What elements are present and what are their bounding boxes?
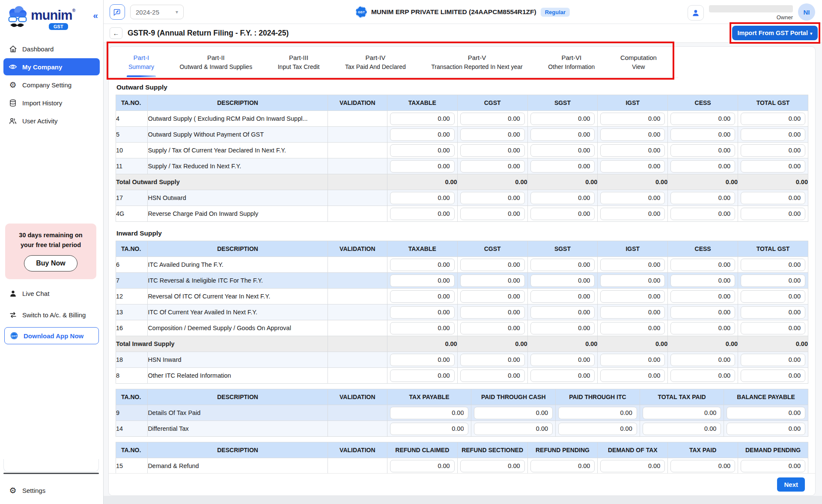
amount-input[interactable] [390, 274, 455, 287]
amount-input[interactable] [670, 192, 735, 204]
amount-input[interactable] [390, 354, 455, 366]
amount-input[interactable] [670, 113, 735, 125]
amount-input[interactable] [390, 460, 455, 472]
sidebar-item-my-company[interactable]: My Company [3, 58, 100, 75]
amount-input[interactable] [600, 192, 665, 204]
amount-input[interactable] [600, 370, 665, 382]
sidebar-link-live-chat[interactable]: Live Chat [0, 284, 103, 302]
amount-input[interactable] [460, 322, 525, 334]
amount-input[interactable] [530, 274, 595, 287]
back-button[interactable]: ← [110, 27, 122, 39]
amount-input[interactable] [727, 407, 805, 419]
amount-input[interactable] [670, 259, 735, 271]
financial-year-select[interactable]: 2024-25 ▾ [130, 5, 184, 19]
amount-input[interactable] [670, 144, 735, 157]
amount-input[interactable] [474, 423, 553, 435]
amount-input[interactable] [530, 128, 595, 141]
amount-input[interactable] [670, 370, 735, 382]
amount-input[interactable] [670, 290, 735, 303]
next-button[interactable]: Next [777, 477, 805, 492]
amount-input[interactable] [741, 128, 805, 141]
amount-input[interactable] [670, 160, 735, 173]
amount-input[interactable] [670, 274, 735, 287]
amount-input[interactable] [741, 290, 805, 303]
amount-input[interactable] [530, 290, 595, 303]
amount-input[interactable] [460, 306, 525, 319]
amount-input[interactable] [741, 144, 805, 157]
amount-input[interactable] [460, 259, 525, 271]
amount-input[interactable] [741, 192, 805, 204]
sidebar-item-import-history[interactable]: Import History [3, 94, 100, 111]
amount-input[interactable] [600, 160, 665, 173]
amount-input[interactable] [460, 370, 525, 382]
amount-input[interactable] [600, 113, 665, 125]
tab-part-iii[interactable]: Part-IIIInput Tax Credit [276, 47, 322, 77]
amount-input[interactable] [600, 208, 665, 220]
amount-input[interactable] [741, 322, 805, 334]
sidebar-item-settings[interactable]: ⚙ Settings [0, 481, 103, 499]
amount-input[interactable] [670, 354, 735, 366]
tab-computation[interactable]: ComputationView [619, 47, 658, 77]
amount-input[interactable] [741, 274, 805, 287]
amount-input[interactable] [670, 306, 735, 319]
tab-part-v[interactable]: Part-VTransaction Reported In Next year [429, 47, 524, 77]
amount-input[interactable] [558, 423, 637, 435]
amount-input[interactable] [530, 460, 595, 472]
amount-input[interactable] [460, 460, 525, 472]
amount-input[interactable] [670, 128, 735, 141]
amount-input[interactable] [600, 306, 665, 319]
tab-part-vi[interactable]: Part-VIOther Information [546, 47, 596, 77]
amount-input[interactable] [460, 354, 525, 366]
amount-input[interactable] [460, 290, 525, 303]
amount-input[interactable] [741, 160, 805, 173]
amount-input[interactable] [741, 370, 805, 382]
amount-input[interactable] [460, 192, 525, 204]
import-from-gst-portal-button[interactable]: Import From GST Portal▾ [732, 26, 818, 40]
amount-input[interactable] [600, 354, 665, 366]
amount-input[interactable] [390, 113, 455, 125]
sidebar-link-switch-to-a-c-billing[interactable]: Switch to A/c. & Billing [0, 306, 103, 324]
amount-input[interactable] [741, 354, 805, 366]
amount-input[interactable] [474, 407, 553, 419]
amount-input[interactable] [390, 128, 455, 141]
amount-input[interactable] [530, 259, 595, 271]
amount-input[interactable] [530, 160, 595, 173]
tab-part-iv[interactable]: Part-IVTax Paid And Declared [343, 47, 408, 77]
amount-input[interactable] [460, 274, 525, 287]
buy-now-button[interactable]: Buy Now [24, 255, 77, 271]
tab-part-i[interactable]: Part-ISummary [127, 47, 156, 77]
amount-input[interactable] [460, 208, 525, 220]
amount-input[interactable] [643, 407, 721, 419]
amount-input[interactable] [390, 407, 469, 419]
amount-input[interactable] [390, 208, 455, 220]
amount-input[interactable] [741, 259, 805, 271]
amount-input[interactable] [670, 322, 735, 334]
amount-input[interactable] [530, 208, 595, 220]
amount-input[interactable] [390, 370, 455, 382]
sidebar-item-company-setting[interactable]: ⚙Company Setting [3, 76, 100, 93]
amount-input[interactable] [390, 144, 455, 157]
amount-input[interactable] [530, 322, 595, 334]
amount-input[interactable] [390, 290, 455, 303]
amount-input[interactable] [530, 370, 595, 382]
amount-input[interactable] [600, 290, 665, 303]
amount-input[interactable] [390, 322, 455, 334]
amount-input[interactable] [460, 113, 525, 125]
amount-input[interactable] [530, 354, 595, 366]
sidebar-link-download-app-now[interactable]: GSTDownload App Now [4, 327, 99, 344]
amount-input[interactable] [390, 192, 455, 204]
amount-input[interactable] [530, 113, 595, 125]
amount-input[interactable] [460, 128, 525, 141]
amount-input[interactable] [390, 160, 455, 173]
amount-input[interactable] [741, 306, 805, 319]
amount-input[interactable] [558, 407, 637, 419]
amount-input[interactable] [460, 160, 525, 173]
amount-input[interactable] [670, 208, 735, 220]
sidebar-item-user-activity[interactable]: User Activity [3, 112, 100, 129]
user-switch-button[interactable] [688, 5, 704, 21]
amount-input[interactable] [600, 128, 665, 141]
avatar[interactable]: NI [798, 3, 815, 21]
amount-input[interactable] [643, 423, 721, 435]
amount-input[interactable] [741, 460, 805, 472]
amount-input[interactable] [741, 208, 805, 220]
